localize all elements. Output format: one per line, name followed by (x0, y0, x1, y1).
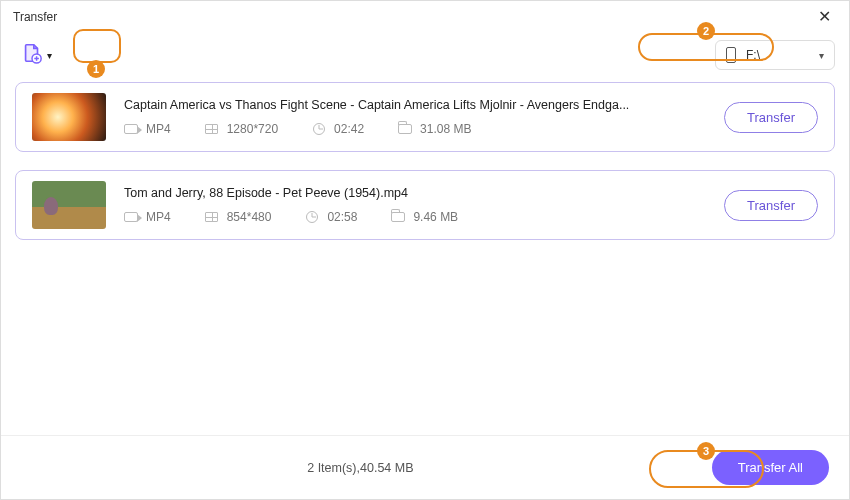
thumbnail (32, 181, 106, 229)
file-meta: Captain America vs Thanos Fight Scene - … (124, 98, 706, 136)
add-file-icon (21, 42, 43, 68)
video-icon (124, 210, 138, 224)
file-meta: Tom and Jerry, 88 Episode - Pet Peeve (1… (124, 186, 706, 224)
file-chips: MP4 854*480 02:58 9.46 MB (124, 210, 706, 224)
window-title: Transfer (13, 10, 57, 24)
destination-label: F:\ (746, 48, 760, 62)
titlebar: Transfer ✕ (1, 1, 849, 32)
clock-icon (305, 210, 319, 224)
transfer-button[interactable]: Transfer (724, 190, 818, 221)
footer: 2 Item(s),40.54 MB Transfer All (1, 435, 849, 499)
format-chip: MP4 (124, 210, 171, 224)
thumbnail (32, 93, 106, 141)
file-item: Captain America vs Thanos Fight Scene - … (15, 82, 835, 152)
footer-summary: 2 Item(s),40.54 MB (21, 461, 700, 475)
folder-icon (398, 122, 412, 136)
chevron-down-icon: ▾ (47, 50, 52, 61)
transfer-all-button[interactable]: Transfer All (712, 450, 829, 485)
resolution-chip: 854*480 (205, 210, 272, 224)
resolution-icon (205, 122, 219, 136)
transfer-button[interactable]: Transfer (724, 102, 818, 133)
add-file-button[interactable]: ▾ (15, 38, 58, 72)
folder-icon (391, 210, 405, 224)
file-title: Captain America vs Thanos Fight Scene - … (124, 98, 706, 112)
close-icon[interactable]: ✕ (812, 5, 837, 28)
format-chip: MP4 (124, 122, 171, 136)
device-icon (726, 47, 736, 63)
size-chip: 9.46 MB (391, 210, 458, 224)
file-item: Tom and Jerry, 88 Episode - Pet Peeve (1… (15, 170, 835, 240)
destination-select[interactable]: F:\ ▾ (715, 40, 835, 70)
transfer-window: Transfer ✕ ▾ F:\ ▾ (0, 0, 850, 500)
resolution-icon (205, 210, 219, 224)
toolbar: ▾ F:\ ▾ (1, 32, 849, 82)
file-list: Captain America vs Thanos Fight Scene - … (1, 82, 849, 435)
resolution-chip: 1280*720 (205, 122, 278, 136)
file-title: Tom and Jerry, 88 Episode - Pet Peeve (1… (124, 186, 706, 200)
video-icon (124, 122, 138, 136)
chevron-down-icon: ▾ (819, 50, 824, 61)
duration-chip: 02:42 (312, 122, 364, 136)
size-chip: 31.08 MB (398, 122, 471, 136)
duration-chip: 02:58 (305, 210, 357, 224)
file-chips: MP4 1280*720 02:42 31.08 MB (124, 122, 706, 136)
clock-icon (312, 122, 326, 136)
